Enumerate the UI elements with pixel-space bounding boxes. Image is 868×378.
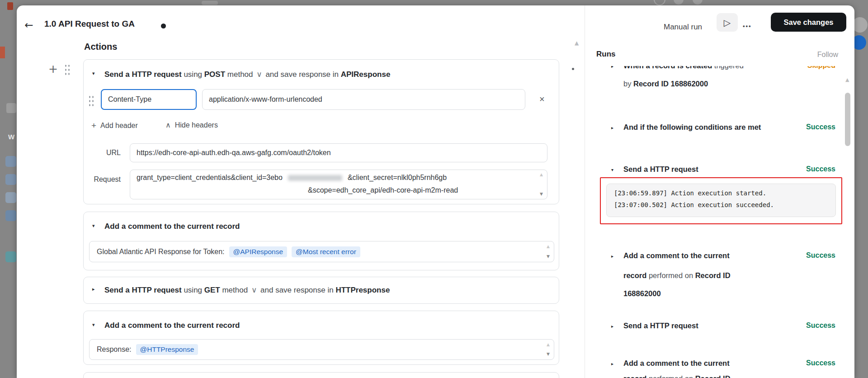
background-sidebar-chip xyxy=(5,192,16,203)
action-card-http-get[interactable]: ▸ Send a HTTP request using GET method ∨… xyxy=(83,277,559,304)
run-step-http-request[interactable]: ▾ Send a HTTP request Success xyxy=(585,165,854,175)
automation-editor-modal: ← 1.0 API Request to GA Actions + ▲ ▾ Se… xyxy=(17,5,854,378)
run-step-trigger-line2: by Record ID 168862000 xyxy=(585,80,854,90)
scroll-up-icon[interactable]: ▲ xyxy=(547,343,550,347)
add-header-button[interactable]: + Add header xyxy=(91,121,138,131)
follow-button[interactable]: Follow xyxy=(785,51,838,59)
add-action-button[interactable]: + xyxy=(48,62,58,76)
background-sidebar-chip xyxy=(5,156,16,167)
action-title: Add a comment to the current record xyxy=(104,222,240,231)
action-card-http-post[interactable]: ▾ Send a HTTP request using POST method … xyxy=(83,59,559,204)
background-avatar-circle xyxy=(852,17,868,33)
header-value-input[interactable]: application/x-www-form-urlencoded xyxy=(202,89,525,110)
run-button[interactable]: ▷ xyxy=(717,13,738,32)
action-card-partial[interactable] xyxy=(83,372,559,378)
run-step-conditions[interactable]: ▸ And if the following conditions are me… xyxy=(585,123,854,133)
expand-caret-icon[interactable]: ▸ xyxy=(611,324,613,329)
more-options-button[interactable]: ••• xyxy=(743,23,752,29)
token-apiresponse[interactable]: @APIResponse xyxy=(229,246,288,257)
run-step-comment-line2: record performed on Record ID xyxy=(585,271,854,282)
chevron-up-icon: ∧ xyxy=(165,121,171,129)
actions-heading: Actions xyxy=(84,42,117,52)
response-variable: APIResponse xyxy=(341,70,391,79)
run-step-comment[interactable]: ▸ Add a comment to the current Success xyxy=(585,251,854,262)
method-dropdown[interactable]: GET xyxy=(204,286,220,294)
collapse-caret-icon[interactable]: ▾ xyxy=(92,223,95,229)
scroll-position-dot xyxy=(572,68,574,70)
action-title: Send a HTTP request using GET method ∨ a… xyxy=(104,285,390,295)
run-step-trigger[interactable]: ▸ When a record is created triggered Ski… xyxy=(585,66,854,72)
background-sidebar-chip xyxy=(5,174,16,185)
scroll-down-icon[interactable]: ▼ xyxy=(547,255,550,259)
save-changes-button[interactable]: Save changes xyxy=(771,13,846,32)
background-toolbar-circle xyxy=(654,0,665,5)
comment-text-input[interactable]: Global Atlantic API Response for Token: … xyxy=(89,241,554,262)
comment-text-input[interactable]: Response: @HTTPresponse ▲ ▼ xyxy=(89,339,554,360)
background-sidebar-letter: W xyxy=(8,133,14,141)
status-badge: Success xyxy=(756,165,835,173)
status-badge: Success xyxy=(756,359,835,367)
redacted-client-id xyxy=(288,175,342,181)
manual-run-label: Manual run xyxy=(664,23,702,32)
scroll-up-indicator[interactable]: ▲ xyxy=(575,40,579,46)
drag-handle-icon[interactable] xyxy=(64,63,71,76)
remove-header-button[interactable]: × xyxy=(539,94,545,104)
background-top-left-chip xyxy=(7,2,13,10)
request-label: Request xyxy=(84,175,121,184)
chevron-down-icon[interactable]: ∨ xyxy=(255,70,263,79)
token-most-recent-error[interactable]: @Most recent error xyxy=(292,246,360,257)
highlighted-log-region: [23:06:59.897] Action execution started.… xyxy=(600,177,842,224)
hide-headers-button[interactable]: ∧ Hide headers xyxy=(165,121,218,129)
back-button[interactable]: ← xyxy=(21,17,37,33)
scroll-down-icon[interactable]: ▼ xyxy=(540,192,543,196)
url-label: URL xyxy=(84,149,121,157)
background-sidebar-chip-teal xyxy=(5,251,16,262)
background-sidebar-chip-gray xyxy=(6,103,16,113)
chevron-down-icon[interactable]: ∨ xyxy=(250,285,258,294)
action-title: Add a comment to the current record xyxy=(104,321,240,330)
background-sidebar-chip xyxy=(5,210,16,221)
collapse-caret-icon[interactable]: ▾ xyxy=(611,167,613,172)
action-card-comment-1[interactable]: ▾ Add a comment to the current record Gl… xyxy=(83,212,559,270)
collapse-caret-icon[interactable]: ▾ xyxy=(92,71,95,76)
scroll-down-icon[interactable]: ▼ xyxy=(547,352,550,356)
method-dropdown[interactable]: POST xyxy=(204,70,225,79)
runs-heading: Runs xyxy=(596,50,616,59)
background-top-tab xyxy=(202,1,218,5)
action-title: Send a HTTP request using POST method ∨ … xyxy=(104,70,390,79)
expand-caret-icon[interactable]: ▸ xyxy=(611,254,613,259)
response-variable: HTTPresponse xyxy=(335,286,390,294)
status-badge: Success xyxy=(756,123,835,131)
log-line: [23:07:00.502] Action execution succeede… xyxy=(614,201,774,208)
scrollbar-thumb[interactable] xyxy=(845,93,850,146)
run-step-comment-2-line2: record performed on Record ID xyxy=(585,374,854,378)
request-body-input[interactable]: grant_type=client_credentials&client_id=… xyxy=(130,170,547,199)
url-input[interactable]: https://edh-core-api-auth.edh-qa.aws-gaf… xyxy=(130,143,547,162)
expand-caret-icon[interactable]: ▸ xyxy=(611,361,613,366)
run-step-http-request-2[interactable]: ▸ Send a HTTP request Success xyxy=(585,321,854,332)
header-key-input[interactable]: Content-Type xyxy=(101,89,197,110)
execution-log-box: [23:06:59.897] Action execution started.… xyxy=(606,184,836,217)
background-toolbar-circle xyxy=(693,0,703,5)
scroll-up-icon[interactable]: ▲ xyxy=(547,245,550,249)
request-line2: &scope=edh_core_api/edh-core-api-m2m-rea… xyxy=(308,186,458,194)
unsaved-changes-dot xyxy=(161,24,166,28)
run-step-comment-line3: 168862000 xyxy=(585,289,854,300)
token-httpresponse[interactable]: @HTTPresponse xyxy=(136,344,198,355)
scrollbar-up-indicator[interactable]: ▲ xyxy=(845,77,849,83)
status-badge: Success xyxy=(756,321,835,330)
background-sidebar-chip-red xyxy=(0,47,5,58)
scroll-up-icon[interactable]: ▲ xyxy=(540,173,543,177)
plus-icon: + xyxy=(91,121,96,131)
header-row-drag-handle-icon[interactable] xyxy=(88,94,94,107)
run-step-comment-2[interactable]: ▸ Add a comment to the current Success xyxy=(585,359,854,369)
collapse-caret-icon[interactable]: ▾ xyxy=(92,322,95,328)
action-card-comment-2[interactable]: ▾ Add a comment to the current record Re… xyxy=(83,311,559,365)
status-badge: Skipped xyxy=(756,66,835,70)
expand-caret-icon[interactable]: ▸ xyxy=(611,66,613,69)
expand-caret-icon[interactable]: ▸ xyxy=(611,125,613,130)
page-title: 1.0 API Request to GA xyxy=(44,19,135,29)
expand-caret-icon[interactable]: ▸ xyxy=(92,286,95,292)
log-line: [23:06:59.897] Action execution started. xyxy=(614,189,766,197)
request-line1: grant_type=client_credentials&client_id=… xyxy=(137,174,447,182)
